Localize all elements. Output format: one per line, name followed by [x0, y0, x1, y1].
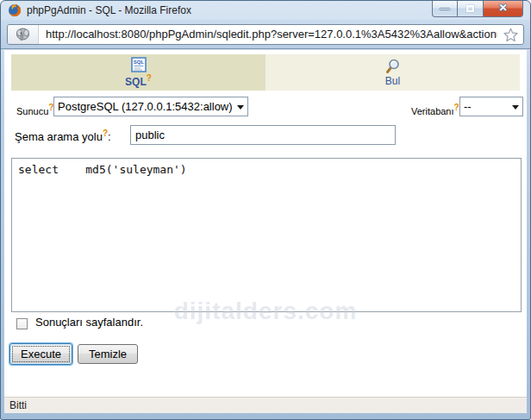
- server-label: Sunucu?:: [16, 103, 56, 116]
- address-bar[interactable]: http://localhost:8080/phpPgAdmin/sqledit…: [7, 24, 524, 45]
- tab-bar: SQL SQL? Bul: [11, 54, 520, 91]
- paginate-checkbox[interactable]: [16, 318, 28, 329]
- window-title: phpPgAdmin - SQL - Mozilla Firefox: [27, 1, 191, 20]
- clear-button[interactable]: Temizle: [78, 344, 138, 364]
- database-select[interactable]: --: [459, 97, 523, 116]
- postgresql-elephant-icon: [15, 28, 31, 41]
- page-content: SQL SQL? Bul Sunucu?: PostgreSQL (127.0.…: [4, 50, 527, 397]
- tab-sql[interactable]: SQL SQL?: [11, 54, 266, 91]
- sql-query-textarea[interactable]: select md5('suleyman'): [11, 158, 522, 312]
- status-text: Bitti: [9, 399, 27, 411]
- firefox-icon: [8, 3, 22, 17]
- minimize-icon: —: [440, 3, 450, 13]
- url-input[interactable]: http://localhost:8080/phpPgAdmin/sqledit…: [39, 25, 497, 44]
- server-select-value: PostgreSQL (127.0.0.1:5432:allow): [58, 100, 233, 113]
- schema-search-path-input[interactable]: [130, 125, 396, 145]
- magnifier-icon: [385, 59, 401, 74]
- maximize-button[interactable]: [458, 1, 483, 17]
- sql-help-link[interactable]: ?: [147, 73, 152, 83]
- tab-sql-label: SQL?: [125, 73, 152, 88]
- dropdown-arrow-icon: [237, 105, 244, 113]
- tab-bul[interactable]: Bul: [266, 54, 520, 91]
- svg-text:SQL: SQL: [133, 60, 144, 65]
- close-button[interactable]: ✕: [483, 1, 523, 17]
- sql-script-icon: SQL: [131, 57, 147, 72]
- paginate-label: Sonuçları sayfalandır.: [35, 316, 143, 329]
- site-identity-button[interactable]: [8, 25, 39, 44]
- minimize-button[interactable]: —: [432, 1, 458, 17]
- dropdown-arrow-icon: [512, 105, 519, 113]
- maximize-icon: [466, 5, 474, 12]
- tab-bul-label: Bul: [385, 75, 400, 87]
- title-bar: phpPgAdmin - SQL - Mozilla Firefox — ✕: [1, 1, 530, 20]
- schema-label: Şema arama yolu?:: [15, 129, 111, 143]
- window-controls: — ✕: [432, 1, 523, 17]
- status-bar: Bitti: [4, 397, 527, 413]
- bookmark-star-button[interactable]: [497, 25, 523, 44]
- execute-button[interactable]: Execute: [9, 343, 72, 365]
- navigation-toolbar: http://localhost:8080/phpPgAdmin/sqledit…: [1, 20, 530, 49]
- close-icon: ✕: [498, 2, 507, 14]
- server-select[interactable]: PostgreSQL (127.0.0.1:5432:allow): [53, 97, 248, 116]
- database-label: Veritabanı?:: [411, 103, 462, 116]
- database-select-value: --: [464, 100, 472, 113]
- browser-window: phpPgAdmin - SQL - Mozilla Firefox — ✕ h…: [0, 0, 531, 420]
- bookmark-star-icon: [503, 28, 518, 42]
